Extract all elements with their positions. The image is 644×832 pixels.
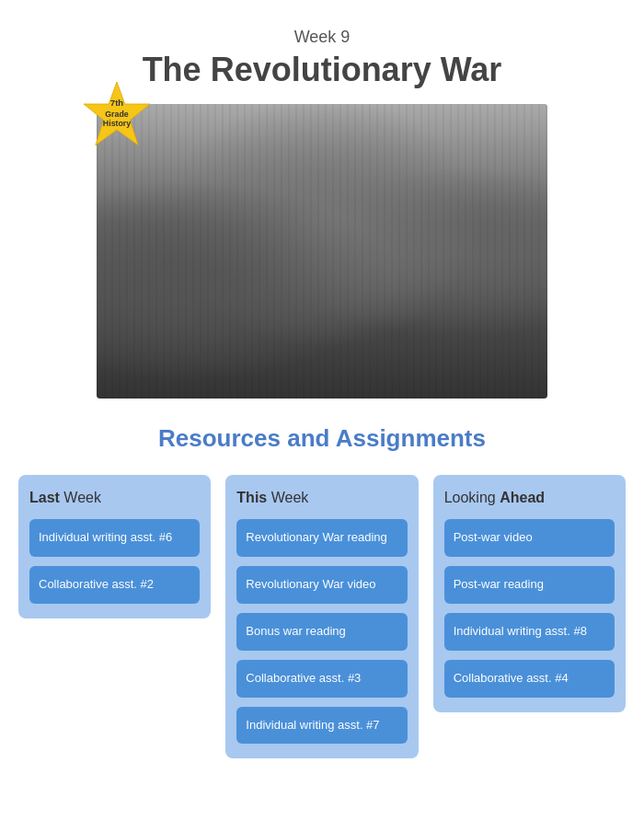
this-week-header-bold: This — [236, 490, 267, 505]
assignment-btn[interactable]: Revolutionary War video — [236, 566, 407, 604]
assignment-btn[interactable]: Collaborative asst. #3 — [236, 660, 407, 698]
last-week-column: Last Week Individual writing asst. #6 Co… — [18, 475, 211, 618]
last-week-header-plain: Week — [60, 490, 101, 505]
assignment-btn[interactable]: Collaborative asst. #2 — [29, 566, 200, 604]
looking-ahead-header: Looking Ahead — [444, 490, 615, 506]
looking-ahead-header-bold: Ahead — [500, 490, 545, 505]
last-week-header: Last Week — [29, 490, 200, 506]
hero-section: 7th Grade History — [97, 104, 547, 399]
assignment-btn[interactable]: Bonus war reading — [236, 613, 407, 651]
page-title: The Revolutionary War — [143, 51, 502, 89]
assignment-btn[interactable]: Collaborative asst. #4 — [444, 660, 615, 698]
hero-image — [97, 104, 547, 399]
svg-text:History: History — [103, 119, 131, 128]
this-week-header-plain: Week — [267, 490, 308, 505]
assignment-btn[interactable]: Individual writing asst. #8 — [444, 613, 615, 651]
this-week-column: This Week Revolutionary War reading Revo… — [225, 475, 418, 758]
assignment-btn[interactable]: Post-war video — [444, 519, 615, 557]
svg-text:7th: 7th — [110, 98, 124, 108]
svg-text:Grade: Grade — [105, 110, 129, 119]
last-week-header-bold: Last — [29, 490, 60, 505]
looking-ahead-header-plain: Looking — [444, 490, 500, 505]
assignment-btn[interactable]: Individual writing asst. #6 — [29, 519, 200, 557]
this-week-header: This Week — [236, 490, 407, 506]
assignment-btn[interactable]: Post-war reading — [444, 566, 615, 604]
assignment-btn[interactable]: Individual writing asst. #7 — [236, 707, 407, 745]
grade-badge: 7th Grade History — [80, 78, 154, 152]
looking-ahead-column: Looking Ahead Post-war video Post-war re… — [433, 475, 626, 712]
resources-columns: Last Week Individual writing asst. #6 Co… — [18, 475, 626, 758]
assignment-btn[interactable]: Revolutionary War reading — [236, 519, 407, 557]
section-title: Resources and Assignments — [158, 424, 486, 453]
page-subtitle: Week 9 — [294, 28, 351, 47]
